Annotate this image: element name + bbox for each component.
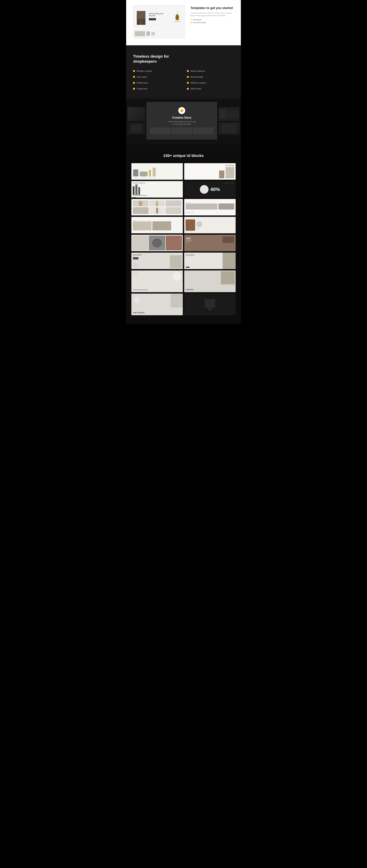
block-collection-detected: Collection	[184, 271, 236, 292]
coll-img-2	[149, 236, 165, 250]
buy-now-button[interactable]: BUY NOW	[149, 18, 156, 20]
sale-40-number: 40%	[210, 187, 220, 192]
coll-img-1	[132, 236, 148, 250]
block-accessories-category: Accessories Lighting Furniture	[184, 199, 236, 215]
block-promo-30: How Up to Extra 30% off New Up To Extra …	[131, 181, 183, 197]
block-2018-collection: 2018 Collection	[184, 235, 236, 251]
accessories-label: Accessories	[186, 202, 191, 203]
seasonal-sphere	[172, 272, 181, 281]
new-collection-label-2: New Collection	[186, 254, 195, 255]
small-item-2	[151, 32, 155, 35]
block-new-collection: New Collection Shop	[131, 253, 183, 269]
armchair-visual	[186, 219, 195, 231]
sofa-shape	[135, 31, 145, 36]
strip-2	[171, 127, 192, 134]
category-label-8: Category	[196, 228, 202, 229]
bottom-blocks-row: Seasonal Shift Collection Seasonal Colle…	[131, 271, 236, 292]
yellow-square-2	[187, 70, 189, 72]
shift-sphere	[134, 297, 140, 303]
feature-effortless-symblos: Effortless symblos	[133, 70, 180, 72]
lamp-preview: Wood Lighting	[171, 11, 183, 22]
block-multi-items	[131, 199, 183, 215]
category-label-7: Category	[133, 220, 137, 221]
strip-1	[150, 127, 171, 134]
lamp-acc	[219, 204, 234, 210]
new-collection-label: New Collection	[133, 254, 142, 255]
promo-30-text-2: New Up To Extra 30% off	[135, 195, 181, 196]
block-armchair-category: Category	[184, 217, 236, 233]
feature-neatly-organized: Neatly organized	[187, 70, 234, 72]
yellow-square-3	[133, 76, 135, 78]
item-6	[166, 207, 181, 214]
new-collection-img	[170, 255, 182, 268]
creation-gallery: Creation Store Creation Store designed w…	[126, 102, 241, 140]
sofa-acc	[186, 204, 217, 210]
globe-visual	[200, 185, 208, 194]
shift-collection-label: Shift Collection	[133, 312, 145, 313]
gallery-thumb-left-1	[128, 107, 145, 121]
cat-item-2	[152, 221, 171, 230]
feature-100-vector: 100% Vector	[187, 88, 234, 90]
block-extra-dark: Preview	[184, 293, 236, 315]
chair-details: Synnes Dinning Chair 09 HR 44 MIN 58 SEC	[149, 13, 169, 20]
bottom-preview-strips	[150, 127, 214, 134]
furniture-label: Furniture	[190, 212, 194, 213]
shift-img	[171, 293, 183, 307]
feature-effortless-symblos-2: Effortless symblos	[187, 82, 234, 84]
templates-description: If you don't have time to start from a b…	[191, 12, 234, 17]
dark-block-label: Preview	[208, 309, 212, 310]
feature-perfect-layers: Perfect layers	[133, 82, 180, 84]
promo-30-text: How Up to Extra 30% off	[133, 182, 181, 184]
preview-main-card: Synnes Dinning Chair 09 HR 44 MIN 58 SEC	[133, 5, 185, 28]
templates-section: Synnes Dinning Chair 09 HR 44 MIN 58 SEC	[126, 0, 241, 45]
yellow-square-1	[133, 70, 135, 72]
blocks-grid: Chair Sofa Lamp Vase	[131, 163, 236, 269]
collection-2018-label: Collection	[186, 240, 221, 241]
preview-secondary-card	[133, 29, 185, 38]
bottle-3	[138, 187, 140, 195]
block-seasonal-shift: Seasonal Shift Collection Seasonal	[131, 271, 183, 292]
collection-img-2	[223, 253, 236, 269]
small-item-1	[146, 31, 150, 36]
yellow-square-5	[133, 82, 135, 84]
gallery-right	[219, 107, 239, 134]
collection-label-detected: Collection	[186, 289, 194, 290]
item-vase-grid	[149, 207, 165, 214]
block-image-collection	[131, 235, 183, 251]
bullet-dot-1	[191, 19, 192, 21]
lamp-shape	[175, 14, 179, 20]
gallery-thumb-right-1	[219, 107, 239, 121]
sketch-icon	[178, 107, 185, 114]
shift-collection-row: Shift Collection Preview	[131, 293, 236, 315]
clock-visual	[196, 221, 202, 227]
seasonal-label: Seasonal	[133, 273, 137, 274]
item-chair-grid	[133, 200, 148, 207]
strip-3	[193, 127, 214, 134]
features-grid: Effortless symblos Neatly organized Type…	[133, 70, 234, 90]
countdown-timer: 09 HR 44 MIN 58 SEC	[149, 15, 169, 18]
cat-item-1	[133, 221, 151, 230]
yellow-square-6	[187, 82, 189, 84]
templates-preview: Synnes Dinning Chair 09 HR 44 MIN 58 SEC	[133, 5, 185, 38]
creation-store-section: Creation Store Creation Store designed w…	[126, 98, 241, 145]
blocks-section-title: 230+ unique UI blocks	[131, 153, 236, 158]
block-furniture-content: Chair Sofa Lamp Vase	[131, 163, 183, 180]
item-lamp-grid	[149, 200, 165, 207]
templates-text: Templates to get you started If you don'…	[191, 5, 234, 25]
feature-type-system: Type system	[133, 76, 180, 78]
feature-item-2: Extremely reusable	[191, 22, 234, 24]
gallery-left	[128, 107, 145, 134]
sofa-2018	[223, 237, 234, 243]
collection-img-detected	[221, 271, 235, 284]
lighting-label: Lighting	[186, 212, 189, 213]
timeless-heading: Timeless design for shopkeepers	[133, 54, 182, 64]
year-2018: 2018	[186, 237, 221, 240]
gallery-center-panel: Creation Store Creation Store designed w…	[146, 102, 217, 140]
block-category-items: Category	[131, 217, 183, 233]
creation-store-title: Creation Store	[172, 116, 191, 119]
block-new-collection-2: New Collection 2018	[184, 253, 236, 269]
bullet-dot-2	[191, 22, 192, 23]
gallery-thumb-left-2	[128, 122, 145, 134]
templates-title: Templates to get you started	[191, 6, 234, 10]
chair-visual	[137, 11, 145, 25]
